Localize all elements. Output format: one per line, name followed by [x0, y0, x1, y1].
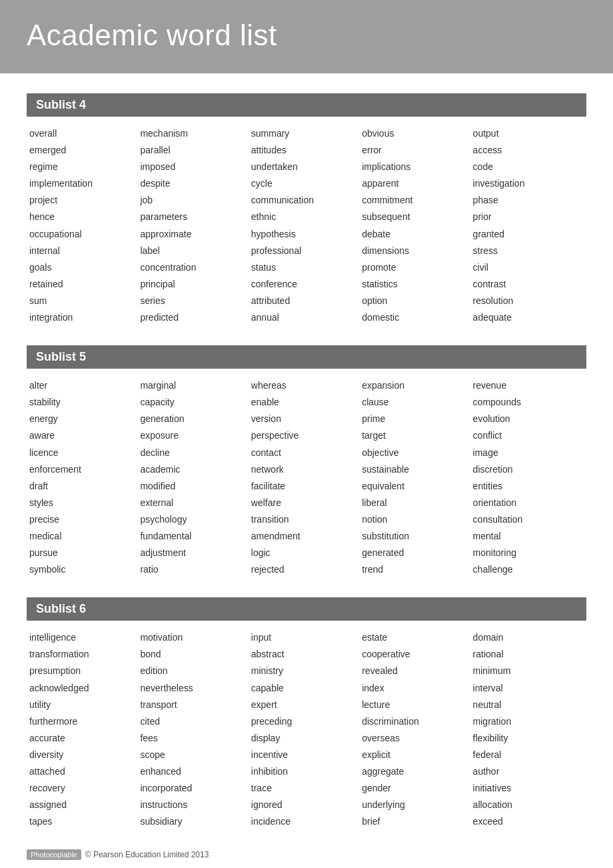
word-column-sublist4-1: mechanismparallelimposeddespitejobparame… [140, 126, 251, 325]
word-item: project [29, 193, 140, 208]
word-column-sublist5-3: expansionclauseprimetargetobjectivesusta… [362, 378, 472, 577]
word-item: assigned [29, 797, 140, 813]
word-item: incorporated [140, 781, 251, 796]
word-item: prime [362, 411, 472, 427]
word-item: exposure [140, 428, 251, 443]
word-item: instructions [140, 797, 251, 813]
word-item: resolution [473, 293, 584, 309]
word-item: dimensions [362, 243, 472, 259]
word-item: furthermore [29, 714, 140, 729]
word-item: exceed [473, 814, 584, 829]
header-band: Academic word list [0, 0, 613, 73]
word-item: evolution [473, 411, 584, 427]
word-item: display [251, 731, 362, 746]
word-item: entities [473, 479, 584, 494]
word-item: orientation [473, 495, 584, 511]
word-item: version [251, 411, 362, 427]
word-item: promote [362, 260, 472, 275]
word-item: adequate [473, 310, 584, 325]
word-item: objective [362, 445, 472, 461]
footer-text: © Pearson Education Limited 2013 [85, 850, 209, 859]
sublist-header-sublist4: Sublist 4 [27, 93, 586, 117]
word-item: challenge [473, 562, 584, 577]
word-item: network [251, 462, 362, 477]
word-item: perspective [251, 428, 362, 443]
word-item: status [251, 260, 362, 275]
word-item: ethnic [251, 209, 362, 225]
word-column-sublist4-4: outputaccesscodeinvestigationphasepriorg… [473, 126, 584, 325]
word-item: domain [473, 630, 584, 645]
word-item: external [140, 495, 251, 511]
word-item: estate [362, 630, 472, 645]
word-column-sublist6-2: inputabstractministrycapableexpertpreced… [251, 630, 362, 829]
word-item: aware [29, 428, 140, 443]
word-item: internal [29, 243, 140, 259]
word-item: code [473, 159, 584, 175]
word-item: incidence [251, 814, 362, 829]
word-item: option [362, 293, 472, 309]
word-item: tapes [29, 814, 140, 829]
word-item: goals [29, 260, 140, 275]
word-item: utility [29, 697, 140, 713]
word-item: consultation [473, 512, 584, 527]
word-item: overall [29, 126, 140, 141]
word-item: revealed [362, 663, 472, 679]
word-item: granted [473, 227, 584, 242]
word-item: pursue [29, 545, 140, 561]
word-item: parameters [140, 209, 251, 225]
word-item: decline [140, 445, 251, 461]
word-item: statistics [362, 277, 472, 292]
word-column-sublist6-1: motivationbondeditionneverthelesstranspo… [140, 630, 251, 829]
word-item: incentive [251, 747, 362, 763]
word-item: academic [140, 462, 251, 477]
word-item: cooperative [362, 647, 472, 662]
word-item: transport [140, 697, 251, 713]
word-item: expansion [362, 378, 472, 393]
word-item: brief [362, 814, 472, 829]
word-item: parallel [140, 143, 251, 158]
word-item: trace [251, 781, 362, 796]
word-item: transition [251, 512, 362, 527]
word-item: precise [29, 512, 140, 527]
word-item: error [362, 143, 472, 158]
word-item: phase [473, 193, 584, 208]
word-item: discrimination [362, 714, 472, 729]
word-item: author [473, 764, 584, 779]
word-item: principal [140, 277, 251, 292]
sublist-header-sublist6: Sublist 6 [27, 597, 586, 621]
word-column-sublist4-2: summaryattitudesundertakencyclecommunica… [251, 126, 362, 325]
sublist-section-sublist4: Sublist 4overallemergedregimeimplementat… [27, 93, 586, 325]
word-item: whereas [251, 378, 362, 393]
word-item: mechanism [140, 126, 251, 141]
word-item: underlying [362, 797, 472, 813]
word-item: psychology [140, 512, 251, 527]
word-item: annual [251, 310, 362, 325]
word-item: rational [473, 647, 584, 662]
word-item: label [140, 243, 251, 259]
word-column-sublist6-3: estatecooperativerevealedindexlecturedis… [362, 630, 472, 829]
footer-badge: Photocopiable [27, 849, 81, 860]
word-item: target [362, 428, 472, 443]
sublist-header-sublist5: Sublist 5 [27, 345, 586, 369]
word-item: stability [29, 395, 140, 410]
word-item: adjustment [140, 545, 251, 561]
word-item: regime [29, 159, 140, 175]
word-item: conference [251, 277, 362, 292]
word-item: allocation [473, 797, 584, 813]
word-item: ministry [251, 663, 362, 679]
word-item: neutral [473, 697, 584, 713]
word-item: transformation [29, 647, 140, 662]
word-item: contact [251, 445, 362, 461]
word-item: professional [251, 243, 362, 259]
word-item: welfare [251, 495, 362, 511]
word-item: draft [29, 479, 140, 494]
word-item: logic [251, 545, 362, 561]
word-item: concentration [140, 260, 251, 275]
word-item: despite [140, 176, 251, 191]
word-item: implementation [29, 176, 140, 191]
word-item: imposed [140, 159, 251, 175]
word-item: initiatives [473, 781, 584, 796]
word-item: intelligence [29, 630, 140, 645]
word-item: preceding [251, 714, 362, 729]
page-title: Academic word list [27, 19, 586, 52]
